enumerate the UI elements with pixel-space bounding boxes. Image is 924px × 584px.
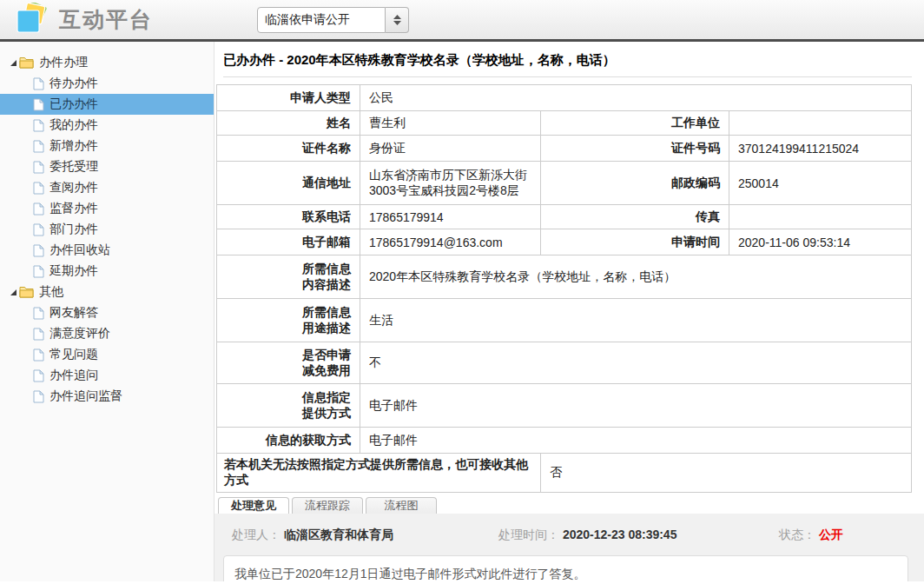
application-detail-table: 申请人类型 公民 姓名 曹生利 工作单位 证件名称 身份证 证件号码 37012… <box>216 84 912 493</box>
field-value-cert-no: 370124199411215024 <box>729 136 912 162</box>
category-combobox-value[interactable]: 临淄依申请公开 <box>257 7 386 33</box>
document-icon <box>33 369 44 382</box>
folder-icon <box>19 286 34 298</box>
handling-time-label: 处理时间： <box>498 528 559 541</box>
field-value-work-unit <box>729 111 912 136</box>
handler-label: 处理人： <box>232 528 280 541</box>
document-icon <box>33 244 44 257</box>
sidebar-item-satisfaction-rating[interactable]: 满意度评价 <box>0 323 214 344</box>
tab-process-tracking[interactable]: 流程跟踪 <box>292 497 363 514</box>
document-icon <box>33 265 44 278</box>
sidebar-item-entrusted-acceptance[interactable]: 委托受理 <box>0 156 214 177</box>
handling-opinion-panel: 处理人： 临淄区教育和体育局 处理时间： 2020-12-23 08:39:45… <box>214 514 924 581</box>
status-badge: 公开 <box>819 528 843 541</box>
document-icon <box>33 307 44 320</box>
sidebar-item-recycle-bin[interactable]: 办件回收站 <box>0 240 214 261</box>
field-label-fee-waiver: 是否申请 减免费用 <box>217 342 360 384</box>
main-content: 已办办件 - 2020年本区特殊教育学校名录（学校地址，名称，电话） 申请人类型… <box>214 42 924 581</box>
tab-handling-opinion[interactable]: 处理意见 <box>218 497 289 514</box>
document-icon <box>33 223 44 236</box>
field-value-other-method: 否 <box>541 454 912 493</box>
field-value-fax <box>729 205 912 229</box>
field-label-other-method: 若本机关无法按照指定方式提供所需信息，也可接收其他方式 <box>217 454 541 493</box>
app-title: 互动平台 <box>59 5 153 34</box>
field-value-fee-waiver: 不 <box>360 342 912 384</box>
sidebar-item-review-cases[interactable]: 查阅办件 <box>0 177 214 198</box>
sidebar-item-faq[interactable]: 常见问题 <box>0 344 214 365</box>
field-value-email: 17865179914@163.com <box>360 229 541 256</box>
sidebar-group-others[interactable]: 其他 <box>0 282 214 302</box>
handler-value: 临淄区教育和体育局 <box>284 528 393 541</box>
combobox-toggle-button[interactable] <box>386 7 409 33</box>
field-label-cert-name: 证件名称 <box>217 136 360 162</box>
field-label-email: 电子邮箱 <box>217 229 360 256</box>
field-value-provide-method: 电子邮件 <box>360 384 912 428</box>
field-value-content-desc: 2020年本区特殊教育学校名录（学校地址，名称，电话） <box>360 256 912 299</box>
handling-time-value: 2020-12-23 08:39:45 <box>563 528 677 541</box>
document-icon <box>33 161 44 174</box>
handling-meta-row: 处理人： 临淄区教育和体育局 处理时间： 2020-12-23 08:39:45… <box>214 514 924 543</box>
field-label-provide-method: 信息指定 提供方式 <box>217 384 360 428</box>
up-down-arrows-icon <box>393 15 401 25</box>
sidebar-item-department-cases[interactable]: 部门办件 <box>0 219 214 240</box>
app-logo-icon <box>14 3 50 37</box>
category-combobox: 临淄依申请公开 <box>257 7 409 33</box>
sidebar-item-completed-cases[interactable]: 已办办件 <box>0 94 214 115</box>
sidebar-item-followup-supervision[interactable]: 办件追问监督 <box>0 386 214 407</box>
page-title: 已办办件 - 2020年本区特殊教育学校名录（学校地址，名称，电话） <box>223 52 912 77</box>
folder-icon <box>19 56 34 69</box>
field-label-cert-no: 证件号码 <box>541 136 729 162</box>
field-label-name: 姓名 <box>217 111 360 136</box>
result-tabs: 处理意见 流程跟踪 流程图 <box>218 497 924 514</box>
field-value-applicant-type: 公民 <box>360 85 912 111</box>
field-value-address: 山东省济南市历下区新泺大街3003号宝威科技园2号楼8层 <box>360 162 541 205</box>
field-value-usage-desc: 生活 <box>360 299 912 342</box>
field-label-phone: 联系电话 <box>217 205 360 229</box>
document-icon <box>33 182 44 195</box>
sidebar-item-netizen-answers[interactable]: 网友解答 <box>0 302 214 323</box>
sidebar-item-my-cases[interactable]: 我的办件 <box>0 115 214 136</box>
field-value-name: 曹生利 <box>360 111 541 136</box>
document-icon <box>33 98 44 111</box>
field-value-phone: 17865179914 <box>360 205 541 229</box>
field-label-work-unit: 工作单位 <box>541 111 729 136</box>
tab-flow-chart[interactable]: 流程图 <box>366 497 437 514</box>
field-label-address: 通信地址 <box>217 162 360 205</box>
field-label-postcode: 邮政编码 <box>541 162 729 205</box>
sidebar-group-case-handling[interactable]: 办件办理 <box>0 52 214 73</box>
field-label-obtain-method: 信息的获取方式 <box>217 428 360 454</box>
field-value-cert-name: 身份证 <box>360 136 541 162</box>
document-icon <box>33 119 44 132</box>
field-value-apply-time: 2020-11-06 09:53:14 <box>729 229 912 256</box>
field-label-applicant-type: 申请人类型 <box>217 85 360 111</box>
status-label: 状态： <box>779 528 815 541</box>
document-icon <box>33 348 44 362</box>
sidebar-tree: 办件办理 待办办件 已办办件 我的办件 新增办件 委托受理 查阅办件 监督办 <box>0 42 214 581</box>
sidebar-item-supervise-cases[interactable]: 监督办件 <box>0 198 214 219</box>
caret-expanded-icon[interactable] <box>7 289 19 295</box>
document-icon <box>33 328 44 341</box>
field-label-apply-time: 申请时间 <box>541 229 729 256</box>
field-value-postcode: 250014 <box>729 162 912 205</box>
document-icon <box>33 77 44 90</box>
document-icon <box>33 202 44 216</box>
field-value-obtain-method: 电子邮件 <box>360 428 912 454</box>
sidebar-item-pending-cases[interactable]: 待办办件 <box>0 73 214 94</box>
sidebar-item-case-followup[interactable]: 办件追问 <box>0 365 214 386</box>
document-icon <box>33 390 44 403</box>
document-icon <box>33 140 44 153</box>
sidebar-item-delayed-cases[interactable]: 延期办件 <box>0 261 214 282</box>
sidebar-item-new-case[interactable]: 新增办件 <box>0 136 214 156</box>
app-header: 互动平台 临淄依申请公开 <box>0 0 924 42</box>
reply-text-box: 我单位已于2020年12月1日通过电子邮件形式对此件进行了答复。 <box>223 555 908 581</box>
caret-expanded-icon[interactable] <box>7 60 19 66</box>
field-label-usage-desc: 所需信息 用途描述 <box>217 299 360 342</box>
field-label-fax: 传真 <box>541 205 729 229</box>
field-label-content-desc: 所需信息 内容描述 <box>217 256 360 299</box>
